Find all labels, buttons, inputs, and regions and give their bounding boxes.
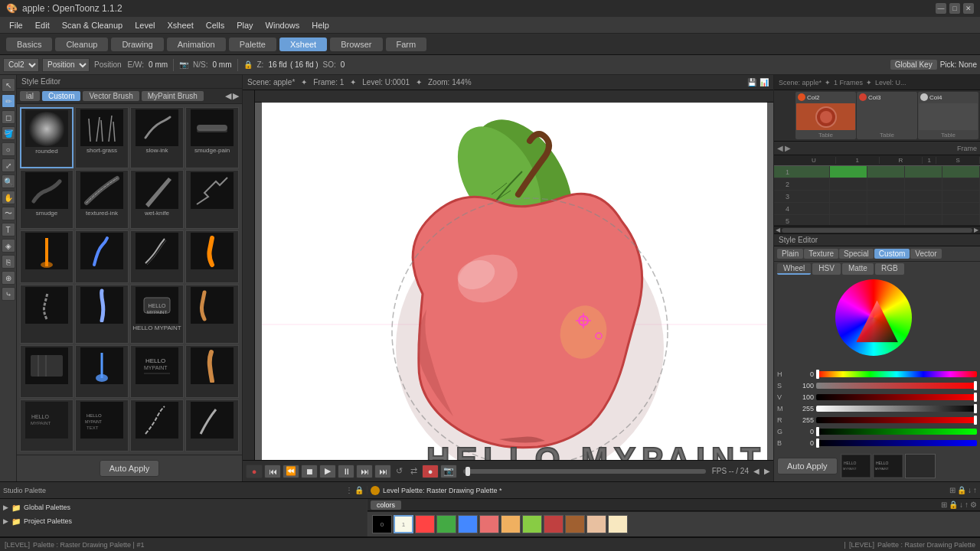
menu-scan-cleanup[interactable]: Scan & Cleanup [56,19,129,31]
prev-frame-btn[interactable]: ⏪ [283,465,299,478]
tab-xsheet[interactable]: Xsheet [279,37,327,51]
brush-22[interactable]: HELLO MYPAINT TEXT [75,399,129,452]
menu-help[interactable]: Help [305,19,335,31]
brush-23[interactable] [130,399,184,452]
record-btn[interactable]: ● [246,465,263,478]
brush-smudge-pain[interactable]: smudge-pain [185,107,239,168]
s-slider[interactable] [816,383,977,389]
brush-tab-custom[interactable]: Custom [42,91,80,101]
hscrollbar[interactable] [782,228,972,233]
canvas-tool-2[interactable]: 📊 [760,78,769,86]
brush-13[interactable] [20,285,74,344]
tool-pan[interactable]: ✋ [2,191,15,204]
pause-btn[interactable]: ⏸ [338,465,354,478]
timeline-bar[interactable] [463,469,706,474]
tool-fill[interactable]: 🪣 [2,126,15,140]
menu-play[interactable]: Play [230,19,259,31]
brush-scroll-left[interactable]: ◀ [225,91,231,101]
swatch-8[interactable] [544,515,564,533]
tool-transform[interactable]: ⤢ [2,158,15,172]
canvas-viewport[interactable]: HELLO MYPAINT HELLO MYPAINT [243,90,773,460]
swatch-9[interactable] [565,515,585,533]
canvas-tool-1[interactable]: 💾 [747,78,756,86]
swatch-1[interactable]: 1 [394,515,413,533]
tool-eraser[interactable]: ◻ [2,110,15,124]
tab-palette[interactable]: Palette [229,37,276,51]
style-preview-3[interactable] [905,454,936,478]
swatch-5[interactable] [479,515,499,533]
style-tab-vector[interactable]: Vector [910,249,941,259]
lp-btn-1[interactable]: ⊞ [949,486,956,494]
xsheet-row-2[interactable]: 2 [774,178,980,191]
style-preview-1[interactable]: HELLOMYPAINT [841,454,871,478]
frame-right-btn[interactable]: ▶ [785,144,791,152]
brush-slow-ink[interactable]: slow-ink [130,107,184,168]
brush-8[interactable] [185,170,239,230]
auto-apply-right-btn[interactable]: Auto Apply [777,458,838,474]
col4-header[interactable]: Col4 Table [918,92,978,139]
xsheet-row-5[interactable]: 5 [774,215,980,226]
tab-farm[interactable]: Farm [386,37,427,51]
brush-short-grass[interactable]: short-grass [75,107,129,168]
h-slider[interactable] [816,371,977,377]
canvas-drawing[interactable]: HELLO MYPAINT HELLO MYPAINT [262,90,767,460]
tool-text[interactable]: T [2,223,15,236]
lp-btn-2[interactable]: 🔒 [957,486,966,494]
nav-left[interactable]: ◀ [753,467,760,475]
record-active-btn[interactable]: ● [422,465,439,478]
swatch-11[interactable] [608,515,628,533]
xsheet-row-3[interactable]: 3 [774,191,980,203]
auto-apply-btn[interactable]: Auto Apply [100,460,160,477]
snapshot-btn[interactable]: 📷 [440,465,457,478]
tool-blender[interactable]: ◈ [2,239,15,253]
brush-tab-vector[interactable]: Vector Brush [83,91,139,101]
tool-shape[interactable]: ○ [2,142,15,156]
brush-11[interactable] [130,230,184,283]
brush-scroll-right[interactable]: ▶ [233,91,239,101]
color-subtab-wheel[interactable]: Wheel [777,263,811,275]
style-tab-plain[interactable]: Plain [777,249,803,259]
swatch-7[interactable] [522,515,542,533]
lp-btn-3[interactable]: ↓ [968,486,972,494]
brush-24[interactable] [185,399,239,452]
global-key[interactable]: Global Key [890,60,937,70]
palette-btn-1[interactable]: ⋮ [345,486,353,494]
col3-header[interactable]: Col3 Table [857,92,917,139]
tool-magnet[interactable]: ⊕ [2,271,15,285]
tab-drawing[interactable]: Drawing [111,37,163,51]
style-preview-2[interactable]: HELLOMYPAINT [873,454,903,478]
menu-cells[interactable]: Cells [200,19,230,31]
color-subtab-hsv[interactable]: HSV [812,263,841,275]
xsheet-row-4[interactable]: 4 [774,203,980,215]
next-key-btn[interactable]: ⏭ [374,465,391,478]
style-tab-custom[interactable]: Custom [874,249,910,259]
brush-14[interactable] [75,285,129,344]
brush-17[interactable] [20,345,74,398]
brush-9[interactable] [20,230,74,283]
palette-tool-3[interactable]: ↓ [959,500,963,509]
palette-tool-1[interactable]: ⊞ [941,500,947,509]
loop-btn[interactable]: ↺ [393,465,406,478]
style-tab-special[interactable]: Special [839,249,874,259]
swatch-2[interactable] [415,515,435,533]
tool-brush[interactable]: ✏ [2,94,15,108]
brush-20[interactable] [185,345,239,398]
menu-xsheet[interactable]: Xsheet [162,19,200,31]
m-slider[interactable] [816,406,977,412]
lp-btn-4[interactable]: ↑ [973,486,977,494]
color-subtab-rgb[interactable]: RGB [875,263,904,275]
g-slider[interactable] [816,429,977,435]
tab-basics[interactable]: Basics [6,37,52,51]
tab-animation[interactable]: Animation [167,37,226,51]
color-wheel-area[interactable] [774,276,980,367]
palette-btn-2[interactable]: 🔒 [354,486,364,494]
brush-tab-mypaint[interactable]: MyPaint Brush [142,91,204,101]
brush-18[interactable] [75,345,129,398]
brush-tab-ial[interactable]: ial [20,91,40,101]
color-subtab-matte[interactable]: Matte [842,263,874,275]
hscroll-right[interactable]: ▶ [974,227,978,233]
global-palettes-row[interactable]: ▶ 📁 Global Palettes [3,500,364,514]
brush-15[interactable]: HELLO MYPAINT HELLO MYPAINT [130,285,184,344]
frame-left-btn[interactable]: ◀ [777,144,783,152]
next-frame-btn[interactable]: ⏭ [356,465,373,478]
